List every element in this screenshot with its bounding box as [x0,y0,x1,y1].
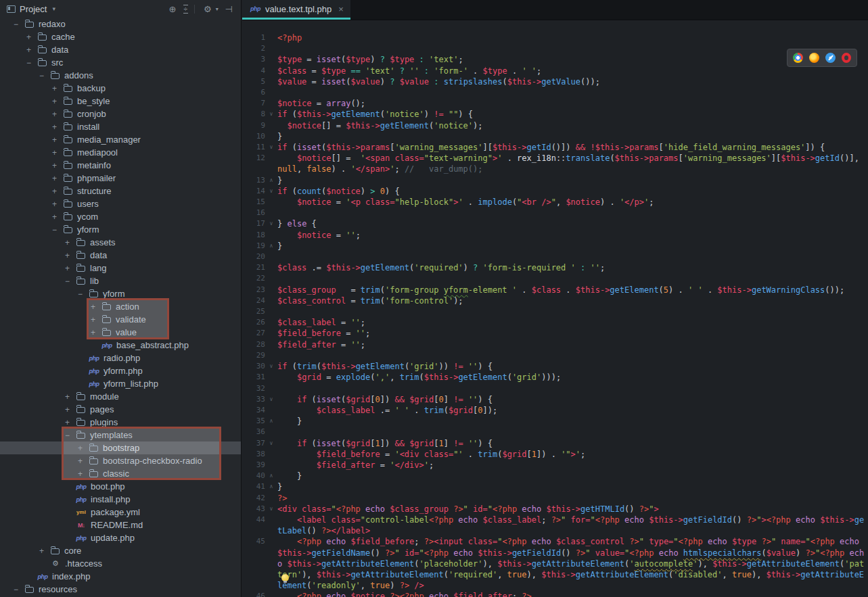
tree-item-src[interactable]: −src [0,56,241,69]
fold-marker-icon[interactable]: ∨ [265,394,277,405]
code-line[interactable]: 3$type = isset($type) ? $type : 'text'; [242,54,868,65]
tree-item-module[interactable]: +module [0,390,241,403]
code-line[interactable]: 36 [242,427,868,437]
code-line[interactable]: 35∧ } [242,416,868,427]
tree-item-data[interactable]: +data [0,249,241,262]
expand-icon[interactable]: + [52,174,64,183]
code-line[interactable]: 46 <?php echo $notice ?><?php echo $fiel… [242,591,868,597]
code-line[interactable]: 1<?php [242,32,868,43]
tree-item-media-manager[interactable]: +media_manager [0,133,241,146]
opera-browser-icon[interactable] [842,53,851,63]
code-line[interactable]: 41∧} [242,481,868,492]
fold-marker-icon[interactable]: ∨ [265,438,277,449]
collapse-icon[interactable]: − [65,431,76,440]
fold-marker-icon[interactable]: ∨ [265,186,277,197]
tree-item-install-php[interactable]: phpinstall.php [0,493,241,506]
chrome-browser-icon[interactable] [793,53,803,63]
expand-icon[interactable]: + [52,122,64,132]
code-line[interactable]: 33∨ if (isset($grid[0]) && $grid[0] != '… [242,394,868,405]
tree-item-users[interactable]: +users [0,197,241,210]
lightbulb-icon[interactable] [281,574,289,581]
code-line[interactable]: 45 <?php echo $field_before; ?><input cl… [242,536,868,591]
expand-icon[interactable]: + [52,135,64,145]
fold-marker-icon[interactable]: ∨ [265,109,277,120]
code-line[interactable]: 22 [242,273,868,284]
collapse-icon[interactable]: − [78,289,89,299]
code-line[interactable]: 23$class_group = trim('form-group yform-… [242,285,868,295]
tree-item-backup[interactable]: +backup [0,82,241,95]
code-line[interactable]: 20 [242,252,868,262]
safari-browser-icon[interactable] [825,53,836,63]
tree-item-yform-php[interactable]: phpyform.php [0,364,241,377]
code-line[interactable]: 40∧ } [242,471,868,481]
tree-item-redaxo[interactable]: −redaxo [0,18,241,30]
code-line[interactable]: 34 $class_label .= ' ' . trim($grid[0]); [242,405,868,416]
code-line[interactable]: 2 [242,43,868,54]
tree-item-metainfo[interactable]: +metainfo [0,159,241,172]
code-line[interactable]: 5$value = isset($value) ? $value : strip… [242,76,868,87]
code-line[interactable]: 4$class = $type == 'text' ? '' : 'form-'… [242,66,868,76]
expand-icon[interactable]: + [65,418,76,427]
expand-icon[interactable]: + [65,405,76,414]
fold-marker-icon[interactable]: ∨ [265,142,277,153]
tree-item-ytemplates[interactable]: −ytemplates [0,429,241,441]
code-line[interactable]: 14∨if (count($notice) > 0) { [242,186,868,197]
code-line[interactable]: 13∧} [242,175,868,186]
collapse-icon[interactable]: − [14,585,25,594]
tree-item-update-php[interactable]: phpupdate.php [0,531,241,544]
collapse-all-icon[interactable]: ÷ [183,5,189,14]
code-line[interactable]: 24$class_control = trim('form-control'); [242,295,868,306]
expand-icon[interactable]: + [78,456,89,466]
tree-item-yform[interactable]: −yform [0,223,241,236]
tree-item-addons[interactable]: −addons [0,69,241,82]
expand-icon[interactable]: + [91,302,102,312]
gear-caret-icon[interactable]: ▾ [216,6,219,12]
code-line[interactable]: 26$class_label = ''; [242,317,868,328]
code-line[interactable]: 18 $notice = ''; [242,230,868,241]
code-line[interactable]: 11∨if (isset($this->params['warning_mess… [242,142,868,153]
tree-item-classic[interactable]: +classic [0,467,241,480]
expand-icon[interactable]: + [52,199,64,209]
code-line[interactable]: 6 [242,87,868,98]
collapse-icon[interactable]: − [14,20,25,29]
tab-value-text-tpl-php[interactable]: php value.text.tpl.php × [242,0,350,20]
fold-marker-icon[interactable]: ∧ [265,241,277,252]
code-line[interactable]: 29 [242,350,868,361]
fold-marker-icon[interactable]: ∧ [265,471,277,481]
expand-icon[interactable]: + [65,264,76,273]
tree-item-package-yml[interactable]: ymlpackage.yml [0,506,241,519]
code-line[interactable]: 25 [242,306,868,317]
fold-marker-icon[interactable]: ∧ [265,175,277,186]
expand-icon[interactable]: + [65,238,76,247]
close-icon[interactable]: × [338,4,344,14]
tree-item-base-abstract-php[interactable]: phpbase_abstract.php [0,339,241,352]
project-panel-title[interactable]: Project [20,4,47,14]
locate-file-icon[interactable]: ⊕ [166,5,179,14]
expand-icon[interactable]: + [52,97,64,106]
code-line[interactable]: 27$field_before = ''; [242,328,868,339]
code-line[interactable]: 43∨<div class="<?php echo $class_group ?… [242,504,868,515]
tree-item--htaccess[interactable]: ⚙.htaccess [0,557,241,570]
chevron-down-icon[interactable]: ▾ [52,5,55,12]
expand-icon[interactable]: + [26,45,38,55]
fold-marker-icon[interactable]: ∧ [265,416,277,427]
expand-icon[interactable]: + [39,546,51,556]
tree-item-yform[interactable]: −yform [0,287,241,300]
tree-item-plugins[interactable]: +plugins [0,416,241,429]
code-line[interactable]: 37∨ if (isset($grid[1]) && $grid[1] != '… [242,438,868,449]
tree-item-cache[interactable]: +cache [0,30,241,43]
gear-icon[interactable]: ⚙ [201,5,214,14]
fold-marker-icon[interactable]: ∨ [265,218,277,229]
code-line[interactable]: 8∨if ($this->getElement('notice') != "")… [242,109,868,120]
expand-icon[interactable]: + [52,84,64,93]
tree-item-value[interactable]: +value [0,326,241,339]
tree-item-install[interactable]: +install [0,120,241,133]
tree-item-assets[interactable]: +assets [0,236,241,249]
tree-item-phpmailer[interactable]: +phpmailer [0,172,241,185]
fold-marker-icon[interactable]: ∨ [265,504,277,515]
tree-item-bootstrap-checkbox-radio[interactable]: +bootstrap-checkbox-radio [0,454,241,467]
expand-icon[interactable]: + [78,469,89,479]
expand-icon[interactable]: + [52,187,64,196]
hide-panel-icon[interactable]: ⊣ [223,5,235,14]
fold-marker-icon[interactable]: ∨ [265,361,277,372]
